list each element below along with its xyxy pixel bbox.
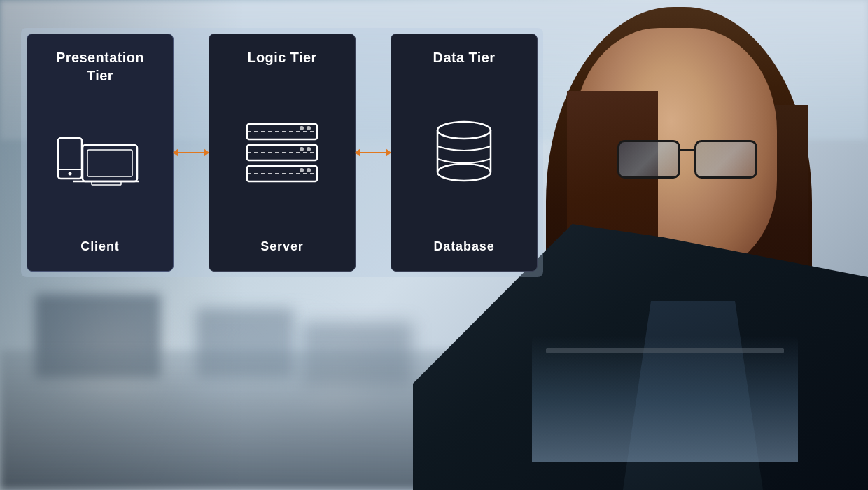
- glasses-bridge: [678, 149, 696, 151]
- three-tier-diagram: PresentationTier Client: [21, 28, 543, 277]
- bidirectional-arrow-2: [356, 152, 391, 153]
- logic-tier-label: Server: [260, 239, 303, 254]
- data-tier-label: Database: [433, 239, 494, 254]
- svg-point-14: [300, 147, 304, 151]
- logic-icon-area: [220, 66, 344, 239]
- connector-1: [174, 152, 209, 153]
- logic-tier-title: Logic Tier: [247, 48, 316, 66]
- svg-point-17: [307, 168, 311, 172]
- svg-point-2: [69, 172, 72, 175]
- glasses: [610, 136, 764, 182]
- svg-point-10: [300, 126, 304, 130]
- data-tier-card: Data Tier Database: [391, 34, 538, 272]
- svg-rect-4: [88, 150, 132, 176]
- logic-tier-card: Logic Tier: [209, 34, 356, 272]
- svg-point-22: [438, 164, 491, 181]
- presentation-tier-card: PresentationTier Client: [27, 34, 174, 272]
- svg-rect-6: [92, 181, 121, 185]
- svg-point-9: [307, 126, 311, 130]
- data-tier-title: Data Tier: [433, 48, 496, 66]
- bidirectional-arrow-1: [174, 152, 209, 153]
- presentation-tier-title: PresentationTier: [56, 48, 144, 85]
- presentation-tier-label: Client: [80, 239, 119, 254]
- data-icon-area: [402, 66, 526, 239]
- glasses-right-lens: [694, 140, 757, 178]
- presentation-icon-area: [38, 85, 162, 239]
- laptop-top-edge: [546, 348, 784, 354]
- tiers-wrapper: PresentationTier Client: [27, 34, 538, 272]
- glasses-left-lens: [617, 140, 680, 178]
- database-cylinder-icon: [426, 115, 503, 192]
- svg-point-19: [438, 122, 491, 139]
- connector-2: [356, 152, 391, 153]
- svg-point-13: [307, 147, 311, 151]
- server-rack-icon: [237, 118, 328, 188]
- svg-point-18: [300, 168, 304, 172]
- laptop-screen-glow: [532, 336, 798, 462]
- svg-rect-3: [83, 145, 137, 181]
- client-devices-icon: [51, 127, 149, 197]
